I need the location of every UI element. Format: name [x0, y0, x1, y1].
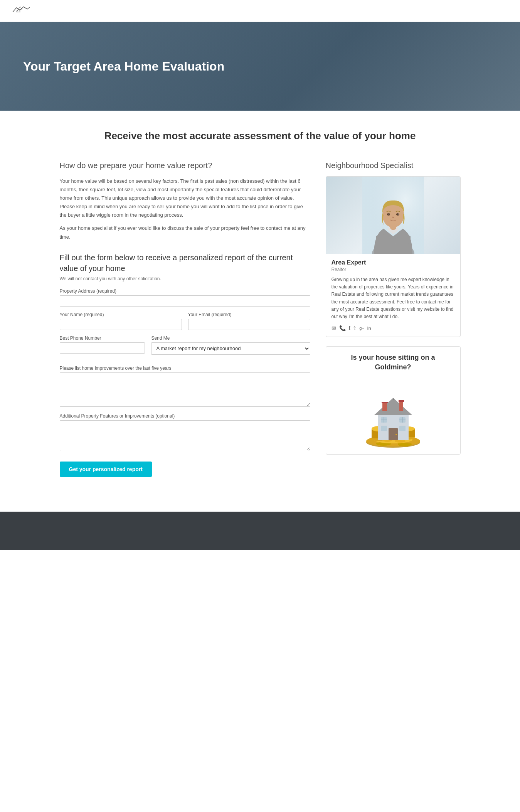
- page-heading: Receive the most accurate assessment of …: [60, 130, 461, 142]
- email-icon[interactable]: ✉: [332, 325, 336, 331]
- specialist-name: Area Expert: [332, 259, 455, 266]
- body-para-1: Your home value will be based on several…: [60, 177, 310, 219]
- name-group: Your Name (required): [60, 312, 182, 330]
- hero-section: Your Target Area Home Evaluation: [0, 22, 520, 111]
- address-group: Property Address (required): [60, 288, 310, 307]
- content-grid: How do we prepare your home value report…: [60, 161, 461, 477]
- address-input[interactable]: [60, 295, 310, 307]
- svg-rect-37: [399, 426, 406, 431]
- name-label: Your Name (required): [60, 312, 182, 317]
- phone-icon[interactable]: 📞: [339, 325, 346, 331]
- improvements-group: Please list home improvements over the l…: [60, 366, 310, 408]
- specialist-photo: [326, 177, 460, 254]
- right-column: Neighbourhood Specialist: [326, 161, 461, 455]
- svg-rect-36: [381, 426, 387, 431]
- specialist-body: Area Expert Realtor Growing up in the ar…: [326, 254, 460, 337]
- goldmine-heading: Is your house sitting on a Goldmine?: [332, 353, 454, 372]
- submit-button[interactable]: Get your personalized report: [60, 462, 152, 477]
- svg-rect-32: [382, 402, 388, 403]
- how-heading: How do we prepare your home value report…: [60, 161, 310, 170]
- phone-group: Best Phone Number: [60, 335, 145, 355]
- email-label: Your Email (required): [188, 312, 310, 317]
- phone-label: Best Phone Number: [60, 335, 145, 341]
- body-para-2: As your home specialist if you ever woul…: [60, 224, 310, 241]
- improvements-label: Please list home improvements over the l…: [60, 366, 310, 371]
- googleplus-icon[interactable]: g+: [359, 326, 364, 330]
- twitter-icon[interactable]: 𝕥: [353, 325, 356, 331]
- specialist-title: Realtor: [332, 267, 455, 272]
- main-content: Receive the most accurate assessment of …: [48, 111, 472, 496]
- site-footer: [0, 512, 520, 550]
- form-heading: Fill out the form below to receive a per…: [60, 252, 310, 274]
- email-group: Your Email (required): [188, 312, 310, 330]
- additional-label: Additional Property Features or Improvem…: [60, 413, 310, 419]
- svg-marker-28: [374, 398, 412, 415]
- send-label: Send Me: [151, 335, 310, 341]
- svg-point-10: [388, 214, 389, 215]
- svg-rect-30: [382, 403, 387, 411]
- home-evaluation-form: Property Address (required) Your Name (r…: [60, 288, 310, 477]
- left-column: How do we prepare your home value report…: [60, 161, 310, 477]
- linkedin-icon[interactable]: in: [367, 326, 371, 330]
- send-select[interactable]: A market report for my neighbourhood A h…: [151, 342, 310, 355]
- svg-rect-31: [399, 401, 403, 411]
- goldmine-card: Is your house sitting on a Goldmine?: [326, 346, 461, 454]
- additional-textarea[interactable]: [60, 420, 310, 451]
- phone-send-row: Best Phone Number Send Me A market repor…: [60, 335, 310, 360]
- additional-group: Additional Property Features or Improvem…: [60, 413, 310, 452]
- address-label: Property Address (required): [60, 288, 310, 294]
- logo[interactable]: [12, 4, 31, 18]
- logo-icon: [12, 4, 31, 18]
- phone-input[interactable]: [60, 342, 145, 354]
- svg-point-11: [397, 214, 399, 215]
- svg-rect-33: [399, 400, 404, 402]
- svg-point-39: [395, 434, 397, 435]
- email-input[interactable]: [188, 319, 310, 330]
- specialist-bio: Growing up in the area has given me expe…: [332, 276, 455, 320]
- specialist-card: Area Expert Realtor Growing up in the ar…: [326, 176, 461, 337]
- social-icons: ✉ 📞 f 𝕥 g+ in: [332, 325, 455, 331]
- hero-title: Your Target Area Home Evaluation: [23, 59, 224, 74]
- site-header: [0, 0, 520, 22]
- facebook-icon[interactable]: f: [349, 325, 351, 331]
- specialist-heading: Neighbourhood Specialist: [326, 161, 461, 170]
- name-email-row: Your Name (required) Your Email (require…: [60, 312, 310, 330]
- send-group: Send Me A market report for my neighbour…: [151, 335, 310, 355]
- goldmine-image: [355, 379, 432, 448]
- name-input[interactable]: [60, 319, 182, 330]
- improvements-textarea[interactable]: [60, 372, 310, 407]
- no-contact-text: We will not contact you with any other s…: [60, 276, 310, 281]
